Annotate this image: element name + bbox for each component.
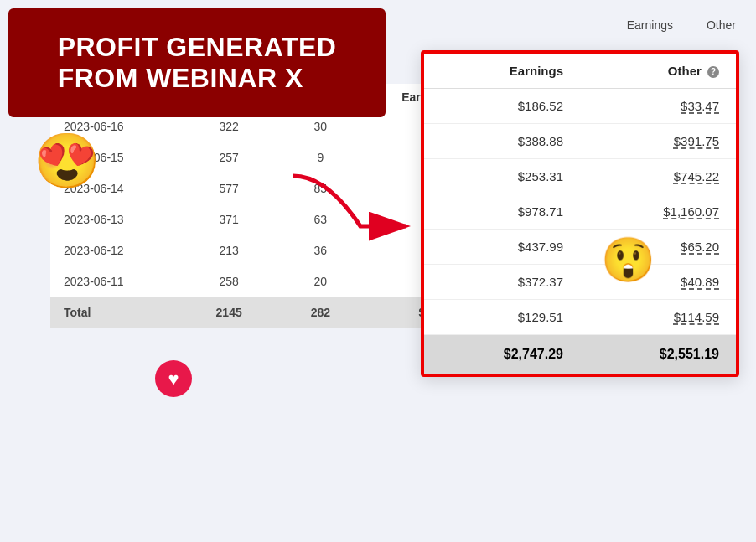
cell-earnings: $978.71: [424, 194, 580, 230]
cell-other: $745.22: [580, 159, 736, 194]
red-arrow: [277, 168, 427, 251]
cell-other: $33.47: [580, 89, 736, 124]
cell-earnings: $186.52: [424, 89, 580, 124]
featured-table-wrapper: Earnings Other ? $186.52$33.47$388.88$39…: [421, 50, 739, 377]
cell-earnings: $372.37: [424, 265, 580, 300]
emoji-heart-eyes: 😍: [34, 130, 101, 193]
cell-earnings: $437.99: [424, 230, 580, 265]
info-icon[interactable]: ?: [707, 66, 719, 78]
featured-table-row: $129.51$114.59: [424, 300, 736, 335]
featured-total-earnings: $2,747.29: [424, 335, 580, 374]
emoji-shocked: 😲: [601, 235, 655, 286]
featured-table-row: $372.37$40.89: [424, 265, 736, 300]
featured-total-row: $2,747.29 $2,551.19: [424, 335, 736, 374]
tab-earnings[interactable]: Earnings: [627, 18, 673, 35]
hero-banner: PROFIT GENERATED FROM WEBINAR X: [8, 8, 386, 117]
featured-table-row: $437.99$65.20: [424, 230, 736, 265]
cell-other: $114.59: [580, 300, 736, 335]
tab-other[interactable]: Other: [707, 18, 736, 35]
cell-other: $391.75: [580, 124, 736, 159]
featured-col-other-header: Other ?: [580, 54, 736, 89]
featured-col-earnings-header: Earnings: [424, 54, 580, 89]
featured-table-row: $978.71$1,160.07: [424, 194, 736, 230]
emoji-heart: ♥: [155, 360, 192, 405]
featured-table-row: $388.88$391.75: [424, 124, 736, 159]
hero-title: PROFIT GENERATED FROM WEBINAR X: [58, 32, 337, 94]
tabs-row: Earnings Other: [627, 18, 736, 35]
screenshot-root: { "hero": { "title_line1": "PROFIT GENER…: [0, 0, 756, 542]
featured-table: Earnings Other ? $186.52$33.47$388.88$39…: [424, 54, 736, 374]
cell-earnings: $388.88: [424, 124, 580, 159]
featured-table-row: $253.31$745.22: [424, 159, 736, 194]
cell-other: $1,160.07: [580, 194, 736, 230]
featured-total-other: $2,551.19: [580, 335, 736, 374]
cell-earnings: $253.31: [424, 159, 580, 194]
featured-table-row: $186.52$33.47: [424, 89, 736, 124]
svg-text:♥: ♥: [168, 369, 179, 390]
cell-earnings: $129.51: [424, 300, 580, 335]
